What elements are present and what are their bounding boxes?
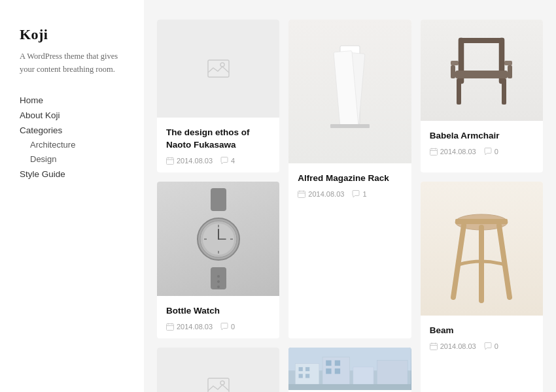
svg-point-41 <box>217 286 220 288</box>
card-magazine-rack[interactable]: Alfred Magazine Rack 2014.08.03 <box>288 20 411 338</box>
card-design-ethos[interactable]: The design ethos of Naoto Fukasawa 2014.… <box>157 20 279 172</box>
nav-link-style-guide[interactable]: Style Guide <box>20 169 65 179</box>
magazine-date-text: 2014.08.03 <box>308 190 344 198</box>
card-comments: 4 <box>220 157 235 165</box>
magazine-rack-svg <box>324 39 376 144</box>
card-architecture[interactable] <box>288 348 411 392</box>
svg-rect-9 <box>330 124 370 128</box>
svg-rect-16 <box>459 38 504 43</box>
card-watch[interactable]: Bottle Watch 2014.08.03 <box>157 182 279 338</box>
nav-link-architecture[interactable]: Architecture <box>30 140 75 150</box>
beam-stool-svg <box>439 186 524 310</box>
svg-line-49 <box>499 225 510 297</box>
svg-rect-21 <box>504 61 512 65</box>
nav-link-about[interactable]: About Koji <box>20 110 60 120</box>
card-body-beam: Beam 2014.08.03 <box>421 316 543 358</box>
card-body-magazine: Alfred Magazine Rack 2014.08.03 <box>288 163 411 206</box>
svg-rect-0 <box>208 60 229 77</box>
svg-rect-42 <box>167 323 174 330</box>
svg-rect-70 <box>305 374 309 378</box>
card-image-magazine <box>288 20 411 163</box>
card-body: The design ethos of Naoto Fukasawa 2014.… <box>157 118 279 172</box>
nav-item-home[interactable]: Home <box>20 95 124 106</box>
nav-item-design[interactable]: Design <box>30 154 124 165</box>
card-beam[interactable]: Beam 2014.08.03 <box>421 182 543 392</box>
placeholder-icon-2 <box>207 378 230 392</box>
svg-rect-74 <box>335 368 340 374</box>
svg-rect-23 <box>508 65 512 78</box>
svg-rect-20 <box>451 61 459 65</box>
calendar-icon <box>166 157 174 165</box>
cards-grid: The design ethos of Naoto Fukasawa 2014.… <box>157 20 543 392</box>
card-image-watch <box>157 182 279 296</box>
svg-line-48 <box>453 225 464 297</box>
svg-rect-17 <box>455 71 508 78</box>
card-title: The design ethos of Naoto Fukasawa <box>166 127 270 152</box>
card-comments-magazine: 1 <box>352 190 366 198</box>
architecture-svg <box>288 348 411 390</box>
nav-item-categories: Categories Architecture Design <box>20 125 124 165</box>
calendar-icon-3 <box>430 148 438 155</box>
comment-icon-4 <box>220 323 228 331</box>
svg-rect-55 <box>208 378 229 392</box>
beam-date-text: 2014.08.03 <box>440 342 476 350</box>
svg-point-40 <box>217 280 220 283</box>
nav-item-about[interactable]: About Koji <box>20 110 124 121</box>
card-body-chair: Babela Armchair 2014.08.03 <box>421 121 543 163</box>
card-date-beam: 2014.08.03 <box>430 342 476 350</box>
card-date-watch: 2014.08.03 <box>166 323 213 331</box>
primary-nav: Home About Koji Categories Architecture … <box>20 95 124 180</box>
card-meta-watch: 2014.08.03 0 <box>166 323 270 331</box>
card-comments-beam: 0 <box>484 342 498 350</box>
calendar-icon-4 <box>166 323 174 331</box>
watch-date-text: 2014.08.03 <box>177 323 213 331</box>
card-comments-watch: 0 <box>220 323 235 331</box>
svg-rect-73 <box>326 368 332 374</box>
nav-item-style-guide[interactable]: Style Guide <box>20 169 124 180</box>
svg-rect-72 <box>335 360 340 365</box>
svg-rect-69 <box>299 374 303 378</box>
card-date: 2014.08.03 <box>166 157 213 165</box>
card-title-magazine: Alfred Magazine Rack <box>298 172 402 185</box>
nav-link-design[interactable]: Design <box>30 154 56 164</box>
svg-rect-75 <box>288 384 411 390</box>
categories-sub-nav: Architecture Design <box>20 140 124 165</box>
watch-svg <box>186 188 251 289</box>
card-meta-chair: 2014.08.03 0 <box>430 148 534 155</box>
svg-rect-24 <box>430 148 437 155</box>
card-image-architecture <box>288 348 411 390</box>
svg-rect-19 <box>502 78 506 105</box>
categories-label: Categories <box>20 125 124 135</box>
svg-rect-71 <box>326 360 332 365</box>
svg-rect-51 <box>430 343 437 350</box>
svg-rect-67 <box>299 367 303 371</box>
nav-item-architecture[interactable]: Architecture <box>30 140 124 150</box>
card-title-watch: Bottle Watch <box>166 305 270 318</box>
card-date-chair: 2014.08.03 <box>430 148 476 155</box>
comment-icon-2 <box>352 190 360 198</box>
chair-svg <box>442 31 521 110</box>
beam-comments-text: 0 <box>495 342 498 350</box>
card-comments-text: 4 <box>231 157 235 165</box>
svg-rect-22 <box>451 65 455 78</box>
card-image-placeholder <box>157 20 279 118</box>
nav-link-home[interactable]: Home <box>20 95 43 105</box>
card-date-text: 2014.08.03 <box>177 157 213 165</box>
sidebar: Koji A WordPress theme that gives your c… <box>0 0 144 392</box>
svg-rect-18 <box>457 78 461 105</box>
card-body-watch: Bottle Watch 2014.08.03 <box>157 296 279 338</box>
svg-rect-28 <box>211 188 226 211</box>
calendar-icon-5 <box>430 342 438 350</box>
magazine-comments-text: 1 <box>362 190 366 198</box>
comment-icon-5 <box>484 342 492 350</box>
card-armchair[interactable]: Babela Armchair 2014.08.03 <box>421 20 543 172</box>
card-meta-magazine: 2014.08.03 1 <box>298 190 402 198</box>
card-meta-beam: 2014.08.03 0 <box>430 342 534 350</box>
calendar-icon-2 <box>298 190 305 198</box>
card-image-beam <box>421 182 543 316</box>
card-objectified[interactable]: Trailer for Objectified 2014.08.03 <box>157 348 279 392</box>
comment-icon <box>220 157 228 165</box>
svg-rect-68 <box>305 367 309 371</box>
svg-rect-2 <box>167 157 174 164</box>
chair-date-text: 2014.08.03 <box>440 148 476 155</box>
